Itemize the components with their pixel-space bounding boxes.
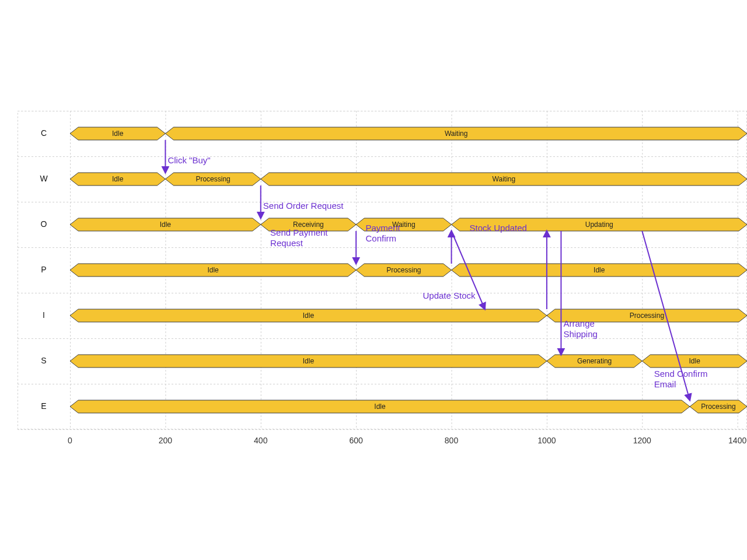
segment-label: Idle <box>689 357 700 365</box>
message-label: Arrange <box>563 318 594 328</box>
message-label: Payment <box>365 223 400 233</box>
message-label: Send Confirm <box>654 369 708 379</box>
segment-label: Processing <box>196 175 230 183</box>
lane-label: I <box>43 310 45 320</box>
x-tick-label: 0 <box>68 436 72 445</box>
message-label: Shipping <box>563 329 597 339</box>
segment-label: Processing <box>630 312 664 320</box>
x-tick-label: 1400 <box>728 436 746 445</box>
x-tick-label: 600 <box>349 436 363 445</box>
segment-label: Idle <box>594 266 605 274</box>
message-label: Confirm <box>365 233 396 243</box>
segment-label: Updating <box>585 220 613 229</box>
lane-label: W <box>40 174 48 183</box>
message-label: Send Order Request <box>263 201 344 211</box>
segment-label: Idle <box>160 220 172 229</box>
message-label: Click "Buy" <box>167 155 210 165</box>
message-label: Send Payment <box>270 228 328 237</box>
segment-label: Idle <box>207 266 219 274</box>
segment-label: Idle <box>112 175 124 183</box>
timing-diagram: CWOPISEIdleWaitingIdleProcessingWaitingI… <box>18 111 747 426</box>
lane-label: S <box>41 356 46 365</box>
lane-label: O <box>41 219 47 229</box>
segment-label: Idle <box>303 312 315 320</box>
segment-label: Idle <box>112 130 124 138</box>
segment-label: Waiting <box>445 130 468 138</box>
message-label: Request <box>270 238 303 248</box>
lane-label: P <box>41 265 46 274</box>
x-tick-label: 1200 <box>633 436 651 445</box>
x-tick-label: 400 <box>254 436 268 445</box>
lane-label: E <box>41 401 46 411</box>
segment-label: Processing <box>701 402 735 411</box>
segment-label: Generating <box>577 357 612 365</box>
x-tick-label: 200 <box>159 436 173 445</box>
lane-label: C <box>41 128 47 138</box>
message-label: Stock Updated <box>470 223 527 233</box>
segment-label: Waiting <box>493 175 516 183</box>
segment-label: Idle <box>374 402 386 411</box>
segment-label: Processing <box>386 266 421 274</box>
message-label: Update Stock <box>423 290 476 300</box>
x-tick-label: 800 <box>445 436 459 445</box>
x-tick-label: 1000 <box>537 436 556 445</box>
message-label: Email <box>654 379 676 389</box>
segment-label: Idle <box>303 357 315 365</box>
